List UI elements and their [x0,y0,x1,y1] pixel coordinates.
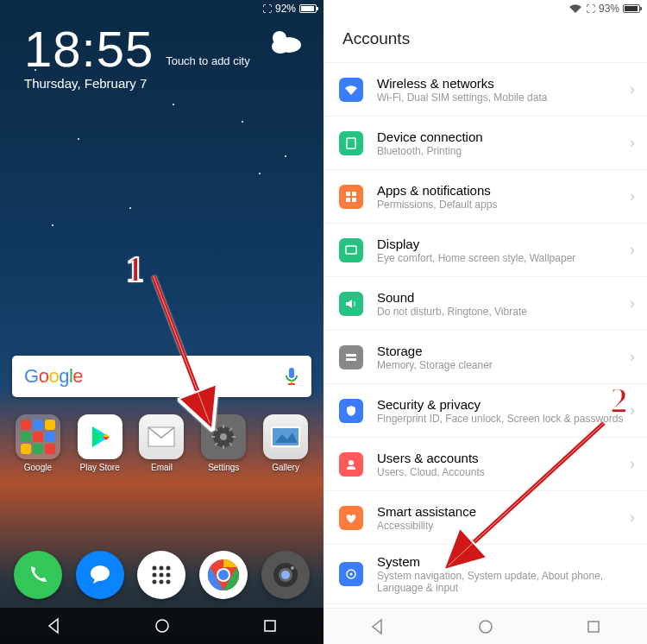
navigation-bar [0,608,324,644]
row-subtitle: Memory, Storage cleaner [377,359,630,371]
svg-point-12 [220,433,227,440]
chrome-app[interactable] [197,551,250,599]
svg-marker-41 [49,619,58,633]
chevron-right-icon: › [630,241,635,259]
status-bar: ⛶ 93% [324,0,647,17]
chevron-right-icon: › [630,508,635,527]
row-subtitle: Do not disturb, Ringtone, Vibrate [377,306,630,318]
phone-icon [14,551,62,599]
google-search-bar[interactable]: Google [12,356,311,397]
svg-rect-61 [588,622,599,632]
users-icon [339,452,363,477]
settings-row-device-connection[interactable]: Device connectionBluetooth, Printing › [324,117,647,170]
nosim-icon: ⛶ [586,3,595,14]
svg-point-58 [350,573,353,576]
row-title: Storage [377,344,630,358]
display-icon [339,238,363,262]
svg-point-60 [480,621,492,633]
svg-marker-59 [373,620,381,634]
svg-line-17 [215,428,217,431]
svg-line-45 [154,276,210,423]
settings-row-apps[interactable]: Apps & notificationsPermissions, Default… [324,170,647,224]
svg-point-26 [160,566,164,571]
navigation-bar [324,608,647,644]
playstore-icon [78,414,122,459]
google-folder[interactable]: Google [11,414,65,472]
row-subtitle: System navigation, System update, About … [377,570,635,594]
settings-row-wireless[interactable]: Wireless & networksWi-Fi, Dual SIM setti… [324,63,647,117]
dialer-app[interactable] [11,551,65,599]
settings-row-sound[interactable]: SoundDo not disturb, Ringtone, Vibrate › [324,277,647,331]
row-subtitle: Accessibility [377,520,630,532]
row-subtitle: Wi-Fi, Dual SIM settings, Mobile data [377,92,630,104]
storage-icon [339,345,363,369]
dock [0,551,324,599]
settings-row-security[interactable]: Security & privacyFingerprint ID, Face u… [324,384,647,438]
svg-point-28 [153,573,157,578]
chevron-right-icon: › [630,294,635,313]
camera-icon [261,551,310,599]
back-button[interactable] [352,618,404,635]
camera-app[interactable] [259,551,312,599]
svg-rect-43 [265,621,275,631]
status-bar: ⛶ 92% [0,0,324,17]
apps-icon [339,185,363,209]
row-title: System [377,554,635,569]
system-icon [339,562,363,586]
row-title: Sound [377,290,630,305]
battery-icon [623,4,640,13]
app-drawer[interactable] [135,551,188,599]
settings-row-storage[interactable]: StorageMemory, Storage cleaner › [324,331,647,384]
svg-point-27 [166,566,171,571]
settings-row-system[interactable]: SystemSystem navigation, System update, … [324,545,647,604]
svg-point-29 [160,573,164,578]
message-icon [76,551,124,599]
play-store-app[interactable]: Play Store [73,414,127,472]
svg-point-23 [91,565,110,581]
svg-rect-21 [272,427,299,446]
svg-rect-51 [352,198,356,202]
recent-button[interactable] [244,619,296,633]
shield-icon [339,399,363,423]
email-app[interactable]: Email [135,414,188,472]
settings-row-users[interactable]: Users & accountsUsers, Cloud, Accounts › [324,438,647,491]
heart-icon [339,506,363,530]
wifi-icon [339,78,363,102]
chevron-right-icon: › [630,80,635,98]
clock-widget[interactable]: 18:55 Touch to add city [0,17,324,74]
settings-screen: ⛶ 93% Accounts Wireless & networksWi-Fi,… [324,0,647,644]
voice-search-icon[interactable] [284,366,299,387]
weather-icon [267,26,305,60]
svg-rect-3 [289,368,294,378]
battery-percent: 93% [599,3,619,15]
row-title: Apps & notifications [377,183,630,198]
chevron-right-icon: › [630,134,635,152]
svg-rect-54 [346,354,356,357]
settings-app[interactable]: Settings [197,414,250,472]
wallpaper-stars [0,0,324,644]
settings-row-display[interactable]: DisplayEye comfort, Home screen style, W… [324,224,647,277]
svg-line-20 [215,443,217,445]
messaging-app[interactable] [73,551,127,599]
svg-rect-50 [346,198,350,202]
svg-line-18 [229,443,232,445]
email-icon [139,414,184,459]
back-button[interactable] [28,617,80,635]
device-icon [339,131,363,155]
settings-list: Wireless & networksWi-Fi, Dual SIM setti… [324,62,647,644]
gallery-app[interactable]: Gallery [259,414,312,472]
row-title: Device connection [377,129,630,144]
home-button[interactable] [460,619,512,635]
settings-row-smart-assistance[interactable]: Smart assistanceAccessibility › [324,491,647,545]
svg-point-31 [153,580,157,584]
annotation-step1-number: 1 [126,249,144,290]
svg-point-2 [272,40,289,54]
app-row: Google Play Store Email Settings Gallery [0,414,324,472]
svg-marker-53 [346,300,352,308]
row-title: Smart assistance [377,504,630,519]
recent-button[interactable] [568,620,619,634]
home-button[interactable] [136,618,188,634]
svg-line-46 [154,276,210,423]
app-label: Play Store [80,463,120,472]
google-logo: Google [24,365,83,388]
